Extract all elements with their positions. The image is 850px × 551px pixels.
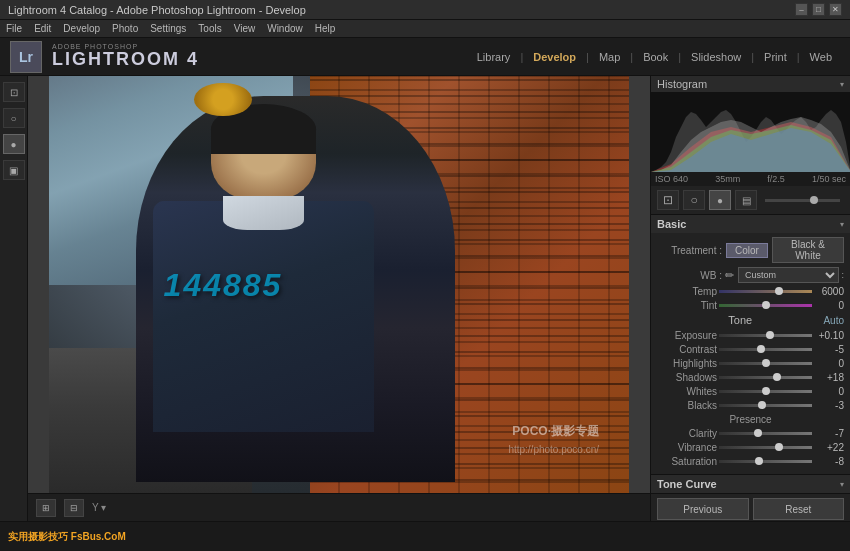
module-develop[interactable]: Develop: [525, 47, 584, 67]
basic-triangle: ▾: [840, 220, 844, 229]
spot-removal-btn[interactable]: ○: [683, 190, 705, 210]
exposure-slider[interactable]: [719, 334, 812, 337]
zoom-fit-button[interactable]: ⊞: [36, 499, 56, 517]
shadows-value: +18: [814, 372, 844, 383]
right-panel: Histogram ▾ ISO 640: [650, 76, 850, 521]
temp-value: 6000: [814, 286, 844, 297]
left-panel: ⊡ ○ ● ▣: [0, 76, 28, 521]
spot-tool[interactable]: ○: [3, 108, 25, 128]
clarity-slider[interactable]: [719, 432, 812, 435]
presence-label: Presence: [657, 414, 844, 425]
menu-edit[interactable]: Edit: [34, 23, 51, 34]
tint-slider[interactable]: [719, 304, 812, 307]
menu-window[interactable]: Window: [267, 23, 303, 34]
bottom-bar: 实用摄影技巧 FsBus.CoM: [0, 521, 850, 551]
module-library[interactable]: Library: [469, 47, 519, 67]
module-map[interactable]: Map: [591, 47, 628, 67]
contrast-value: -5: [814, 344, 844, 355]
menu-tools[interactable]: Tools: [198, 23, 221, 34]
contrast-label: Contrast: [657, 344, 717, 355]
shadows-slider[interactable]: [719, 376, 812, 379]
tint-label: Tint: [657, 300, 717, 311]
retouch-tool[interactable]: ●: [3, 134, 25, 154]
tint-value: 0: [814, 300, 844, 311]
crop-icon-btn[interactable]: ⊡: [657, 190, 679, 210]
basic-panel-section: Basic ▾ Treatment : Color Black & White …: [651, 215, 850, 475]
menu-settings[interactable]: Settings: [150, 23, 186, 34]
module-print[interactable]: Print: [756, 47, 795, 67]
highlights-value: 0: [814, 358, 844, 369]
saturation-slider[interactable]: [719, 460, 812, 463]
photo-container[interactable]: 144885 POCO·摄影专题 http://photo.poco.cn/: [28, 76, 650, 493]
close-button[interactable]: ✕: [829, 3, 842, 16]
crop-tool[interactable]: ⊡: [3, 82, 25, 102]
clarity-label: Clarity: [657, 428, 717, 439]
saturation-row: Saturation -8: [657, 456, 844, 467]
tone-header-row: Tone Auto: [657, 314, 844, 326]
module-slideshow[interactable]: Slideshow: [683, 47, 749, 67]
zoom-level: Y ▾: [92, 502, 106, 513]
menu-file[interactable]: File: [6, 23, 22, 34]
wb-select[interactable]: Custom Auto Daylight: [738, 267, 839, 283]
tool-row: ⊡ ○ ● ▤: [651, 186, 850, 215]
menu-photo[interactable]: Photo: [112, 23, 138, 34]
auto-button[interactable]: Auto: [823, 315, 844, 326]
exposure-label: Exposure: [657, 330, 717, 341]
color-button[interactable]: Color: [726, 243, 768, 258]
vibrance-value: +22: [814, 442, 844, 453]
maximize-button[interactable]: □: [812, 3, 825, 16]
tone-curve-header[interactable]: Tone Curve ▾: [651, 475, 850, 493]
vibrance-slider[interactable]: [719, 446, 812, 449]
top-nav: Lr ADOBE PHOTOSHOP LIGHTROOM 4 Library |…: [0, 38, 850, 76]
histogram-section: Histogram ▾ ISO 640: [651, 76, 850, 186]
previous-button[interactable]: Previous: [657, 498, 749, 520]
tone-curve-label: Tone Curve: [657, 478, 717, 490]
whites-slider[interactable]: [719, 390, 812, 393]
highlights-slider[interactable]: [719, 362, 812, 365]
shadows-row: Shadows +18: [657, 372, 844, 383]
photo-background: [49, 76, 629, 493]
menu-help[interactable]: Help: [315, 23, 336, 34]
gradient-tool[interactable]: ▣: [3, 160, 25, 180]
wb-value-colon: :: [841, 270, 844, 280]
whites-label: Whites: [657, 386, 717, 397]
temp-slider[interactable]: [719, 290, 812, 293]
contrast-slider[interactable]: [719, 348, 812, 351]
wb-row: WB : ✏ Custom Auto Daylight :: [657, 267, 844, 283]
iso-value: ISO 640: [655, 174, 688, 184]
basic-section-header[interactable]: Basic ▾: [651, 215, 850, 233]
basic-section-content: Treatment : Color Black & White WB : ✏ C…: [651, 233, 850, 474]
exposure-row: Exposure +0.10: [657, 330, 844, 341]
focal-length: 35mm: [715, 174, 740, 184]
eyedropper-button[interactable]: ✏: [722, 268, 736, 282]
photo-bottom-bar: ⊞ ⊟ Y ▾: [28, 493, 650, 521]
whites-row: Whites 0: [657, 386, 844, 397]
lr-logo: Lr: [10, 41, 42, 73]
whites-value: 0: [814, 386, 844, 397]
saturation-value: -8: [814, 456, 844, 467]
redeye-btn[interactable]: ●: [709, 190, 731, 210]
reset-button[interactable]: Reset: [753, 498, 845, 520]
bw-button[interactable]: Black & White: [772, 237, 844, 263]
vibrance-label: Vibrance: [657, 442, 717, 453]
nav-modules: Library | Develop | Map | Book | Slidesh…: [469, 47, 840, 67]
menu-view[interactable]: View: [234, 23, 256, 34]
blacks-slider[interactable]: [719, 404, 812, 407]
wb-label: WB :: [657, 270, 722, 281]
exposure-value: +0.10: [814, 330, 844, 341]
minimize-button[interactable]: –: [795, 3, 808, 16]
module-web[interactable]: Web: [802, 47, 840, 67]
zoom-100-button[interactable]: ⊟: [64, 499, 84, 517]
histogram-info: ISO 640 35mm f/2.5 1/50 sec: [651, 172, 850, 186]
vibrance-row: Vibrance +22: [657, 442, 844, 453]
basic-label: Basic: [657, 218, 686, 230]
graduated-btn[interactable]: ▤: [735, 190, 757, 210]
blacks-label: Blacks: [657, 400, 717, 411]
menu-develop[interactable]: Develop: [63, 23, 100, 34]
blacks-value: -3: [814, 400, 844, 411]
histogram-header: Histogram ▾: [651, 76, 850, 92]
saturation-label: Saturation: [657, 456, 717, 467]
histogram-triangle: ▾: [840, 80, 844, 89]
module-book[interactable]: Book: [635, 47, 676, 67]
treatment-label: Treatment :: [657, 245, 722, 256]
